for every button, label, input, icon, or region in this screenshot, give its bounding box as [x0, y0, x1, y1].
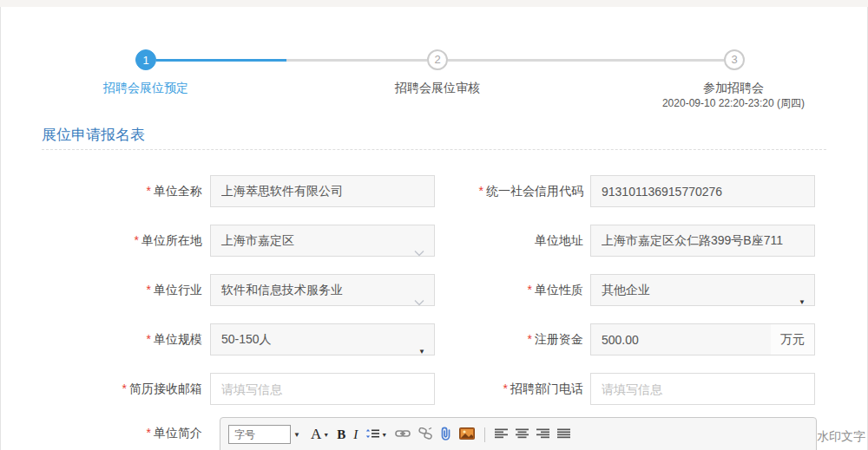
step-3-label: 参加招聘会 — [664, 81, 803, 96]
required-asterisk: * — [503, 382, 508, 395]
align-center-icon — [516, 427, 529, 441]
step-3-circle: 3 — [724, 49, 745, 70]
form-row-3: *单位行业 软件和信息技术服务业 *单位性质 其他企业 ▼ — [0, 274, 868, 306]
hr-phone-input[interactable] — [590, 373, 815, 405]
required-asterisk: * — [147, 332, 151, 346]
align-left-icon — [495, 427, 508, 441]
form-row-2: *单位所在地 上海市嘉定区 单位地址 — [0, 225, 868, 257]
credit-code-input[interactable] — [590, 175, 815, 207]
company-intro-editor[interactable]: 字号 ▼ A ▼ B I ▼ — [220, 417, 817, 450]
font-size-dropdown[interactable]: 字号 ▼ — [228, 425, 303, 444]
registered-capital-input[interactable] — [590, 323, 772, 355]
credit-code-label: *统一社会信用代码 — [399, 175, 583, 207]
remove-link-button[interactable] — [418, 427, 432, 442]
required-asterisk: * — [147, 283, 151, 297]
progress-line-2 — [448, 59, 724, 62]
required-asterisk: * — [528, 332, 532, 346]
required-asterisk: * — [122, 382, 127, 395]
company-nature-value: 其他企业 — [602, 283, 650, 297]
insert-link-button[interactable] — [395, 427, 411, 441]
progress-line-1 — [286, 59, 427, 62]
font-size-value: 字号 — [228, 425, 291, 444]
align-left-button[interactable] — [495, 427, 508, 441]
font-color-button[interactable]: A ▼ — [311, 426, 329, 443]
company-location-value: 上海市嘉定区 — [221, 233, 294, 247]
attachment-icon — [440, 427, 451, 443]
industry-value: 软件和信息技术服务业 — [221, 283, 343, 297]
dropdown-triangle-icon: ▼ — [381, 432, 387, 438]
watermark-text: 水印文字 — [817, 429, 865, 445]
unlink-icon — [418, 427, 432, 442]
attach-file-button[interactable] — [440, 427, 451, 443]
line-height-icon — [365, 427, 379, 442]
company-location-label: *单位所在地 — [17, 225, 202, 257]
step-3-datetime: 2020-09-10 22:20-23:20 (周四) — [638, 96, 829, 111]
progress-line-done — [156, 59, 286, 62]
italic-button[interactable]: I — [353, 427, 358, 442]
dropdown-triangle-icon: ▼ — [799, 287, 806, 317]
company-address-input[interactable] — [590, 225, 815, 257]
step-2-label: 招聘会展位审核 — [368, 81, 507, 96]
company-address-label: 单位地址 — [399, 225, 583, 257]
company-nature-label: *单位性质 — [399, 274, 583, 306]
company-size-value: 50-150人 — [221, 332, 272, 346]
editor-toolbar: 字号 ▼ A ▼ B I ▼ — [220, 418, 816, 450]
step-1-circle: 1 — [135, 49, 156, 70]
form-row-5: *简历接收邮箱 *招聘部门电话 — [0, 373, 868, 405]
bold-icon: B — [337, 427, 345, 442]
required-asterisk: * — [147, 184, 151, 198]
align-justify-button[interactable] — [557, 427, 570, 441]
required-asterisk: * — [528, 283, 532, 297]
step-1-label: 招聘会展位预定 — [76, 81, 215, 96]
form-row-1: *单位全称 *统一社会信用代码 — [0, 175, 868, 207]
align-justify-icon — [557, 427, 570, 441]
required-asterisk: * — [135, 233, 139, 247]
align-right-button[interactable] — [536, 427, 549, 441]
dropdown-triangle-icon: ▼ — [291, 431, 303, 439]
align-center-button[interactable] — [516, 427, 529, 441]
capital-unit-addon: 万元 — [771, 323, 815, 355]
font-color-icon: A — [311, 426, 321, 443]
dropdown-triangle-icon: ▼ — [323, 432, 329, 438]
page-title: 展位申请报名表 — [42, 125, 145, 145]
link-icon — [395, 427, 411, 441]
resume-email-label: *简历接收邮箱 — [17, 373, 202, 405]
company-nature-select[interactable]: 其他企业 ▼ — [590, 274, 815, 306]
company-name-label: *单位全称 — [17, 175, 202, 207]
step-2-circle: 2 — [427, 49, 448, 70]
form-row-4: *单位规模 50-150人 ▼ *注册资金 万元 — [0, 323, 868, 355]
image-icon — [459, 427, 475, 442]
required-asterisk: * — [479, 184, 483, 198]
title-divider — [42, 149, 826, 150]
hr-phone-label: *招聘部门电话 — [399, 373, 583, 405]
registered-capital-label: *注册资金 — [399, 323, 583, 355]
align-right-icon — [536, 427, 549, 441]
toolbar-separator — [484, 427, 485, 442]
company-size-label: *单位规模 — [17, 323, 202, 355]
insert-image-button[interactable] — [459, 427, 475, 442]
italic-icon: I — [353, 427, 358, 442]
company-intro-label: *单位简介 — [17, 417, 202, 449]
required-asterisk: * — [147, 426, 151, 440]
industry-label: *单位行业 — [17, 274, 202, 306]
line-height-button[interactable]: ▼ — [365, 427, 387, 442]
bold-button[interactable]: B — [337, 427, 345, 442]
